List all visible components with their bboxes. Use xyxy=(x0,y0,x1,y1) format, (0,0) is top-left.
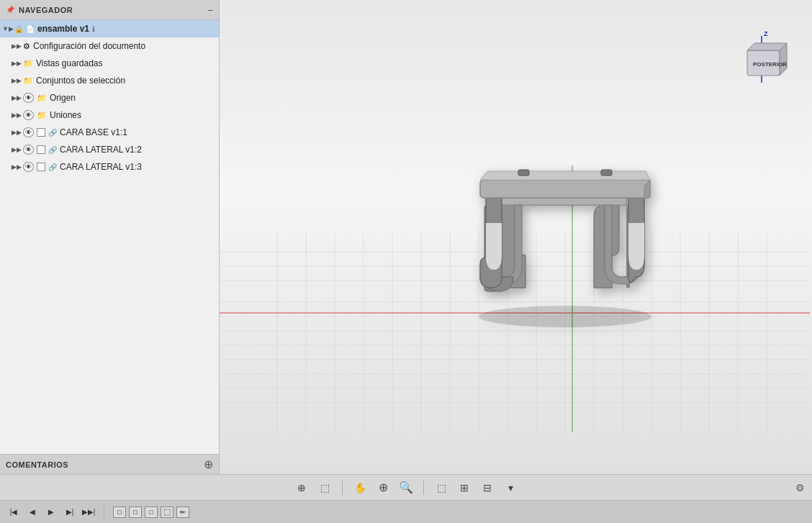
cara-lateral-2-arrow[interactable]: ▶ xyxy=(12,145,22,155)
playback-icon-1[interactable]: □ xyxy=(113,506,126,518)
doc-icon: 📄 xyxy=(26,25,35,33)
origen-arrow[interactable]: ▶ xyxy=(12,93,22,103)
playback-icon-2[interactable]: □ xyxy=(129,506,142,518)
link-icon-cara-base: 🔗 xyxy=(48,129,57,137)
cara-base-arrow[interactable]: ▶ xyxy=(12,127,22,137)
tool-pan[interactable]: ✋ xyxy=(351,479,369,496)
svg-rect-39 xyxy=(601,170,612,176)
comments-label: COMENTARIOS xyxy=(6,460,68,469)
eye-icon-cara-lateral-2[interactable]: 👁 xyxy=(23,145,34,155)
gear-icon: ⚙ xyxy=(23,42,30,51)
tool-grid[interactable]: ⊞ xyxy=(456,479,473,496)
tree-item-config[interactable]: ▶ ⚙ Configuración del documento xyxy=(0,37,219,55)
folder-icon-uniones: 📁 xyxy=(37,111,47,120)
comments-bar: COMENTARIOS ⊕ xyxy=(0,454,219,474)
cube-navigator[interactable]: Z POSTERIOR xyxy=(733,29,790,86)
tool-display-mode[interactable]: ⬚ xyxy=(316,479,333,496)
tree-item-conjuntos[interactable]: ▶ 📁 Conjuntos de selección xyxy=(0,72,219,89)
info-icon[interactable]: ℹ xyxy=(92,25,95,33)
svg-text:POSTERIOR: POSTERIOR xyxy=(753,61,787,68)
playback-icon-5[interactable]: ✏ xyxy=(176,506,189,518)
svg-rect-37 xyxy=(480,180,650,198)
conjuntos-arrow[interactable]: ▶ xyxy=(12,76,22,86)
playback-first[interactable]: |◀ xyxy=(7,506,20,519)
eye-icon-cara-base[interactable]: 👁 xyxy=(23,127,34,137)
svg-text:Z: Z xyxy=(764,30,768,37)
tool-more[interactable]: ▾ xyxy=(502,479,519,496)
toolbar-sep-1 xyxy=(342,481,343,495)
nav-header: 📌 NAVEGADOR − xyxy=(0,0,219,20)
playback-play[interactable]: ▶ xyxy=(45,506,58,519)
viewport[interactable]: Z POSTERIOR xyxy=(220,0,812,474)
nav-minimize-icon[interactable]: − xyxy=(207,4,213,16)
nav-pin-icon[interactable]: 📌 xyxy=(6,6,14,14)
folder-icon-vistas: 📁 xyxy=(23,59,33,68)
uniones-label: Uniones xyxy=(50,110,81,120)
playback-next[interactable]: ▶| xyxy=(63,506,76,519)
settings-icon[interactable]: ⚙ xyxy=(795,482,805,494)
playback-icons: □ □ □ ⬚ ✏ xyxy=(113,506,189,518)
tool-zoom-out[interactable]: 🔍 xyxy=(397,479,415,496)
document-name: ensamble v1 xyxy=(37,24,89,34)
tool-view-1[interactable]: ⬚ xyxy=(433,479,450,496)
box-icon-cara-base xyxy=(37,128,45,137)
tool-zoom-in[interactable]: ⊕ xyxy=(374,479,392,496)
config-arrow[interactable]: ▶ xyxy=(12,41,22,51)
vistas-arrow[interactable]: ▶ xyxy=(12,58,22,68)
uniones-arrow[interactable]: ▶ xyxy=(12,110,22,120)
app-container: 📌 NAVEGADOR − ▼ 🔒 📄 ensamble v1 ℹ ▶ ⚙ xyxy=(0,0,812,523)
cara-base-label: CARA BASE v1:1 xyxy=(60,127,127,137)
main-area: 📌 NAVEGADOR − ▼ 🔒 📄 ensamble v1 ℹ ▶ ⚙ xyxy=(0,0,812,474)
tree-item-uniones[interactable]: ▶ 👁 📁 Uniones xyxy=(0,106,219,124)
tree-item-cara-base[interactable]: ▶ 👁 🔗 CARA BASE v1:1 xyxy=(0,124,219,141)
nav-title: NAVEGADOR xyxy=(19,6,73,14)
link-icon-cara-lateral-2: 🔗 xyxy=(48,146,57,154)
playback-icon-3[interactable]: □ xyxy=(145,506,158,518)
tree-item-cara-lateral-2[interactable]: ▶ 👁 🔗 CARA LATERAL v1:2 xyxy=(0,141,219,158)
tool-render[interactable]: ⊟ xyxy=(479,479,496,496)
svg-rect-38 xyxy=(518,170,529,176)
add-comment-icon[interactable]: ⊕ xyxy=(204,458,213,471)
bottom-toolbar: ⊕ ⬚ ✋ ⊕ 🔍 ⬚ ⊞ ⊟ ▾ ⚙ xyxy=(0,474,812,500)
playback-prev[interactable]: ◀ xyxy=(26,506,39,519)
nav-tree: ▶ ⚙ Configuración del documento ▶ 📁 Vist… xyxy=(0,37,219,454)
folder-icon-origen: 📁 xyxy=(37,94,47,103)
eye-icon-origen[interactable]: 👁 xyxy=(23,93,34,103)
playback-separator xyxy=(104,506,104,519)
vistas-label: Vistas guardadas xyxy=(36,58,103,68)
box-icon-cara-lateral-3 xyxy=(37,163,45,171)
tree-item-vistas[interactable]: ▶ 📁 Vistas guardadas xyxy=(0,55,219,72)
cara-lateral-2-label: CARA LATERAL v1:2 xyxy=(60,145,142,155)
tree-item-cara-lateral-3[interactable]: ▶ 👁 🔗 CARA LATERAL v1:3 xyxy=(0,158,219,176)
box-icon-cara-lateral-2 xyxy=(37,145,45,154)
toolbar-sep-2 xyxy=(423,481,424,495)
cara-lateral-3-arrow[interactable]: ▶ xyxy=(12,162,22,172)
expand-arrow[interactable]: ▼ xyxy=(3,24,13,34)
playback-last[interactable]: ▶▶| xyxy=(82,506,95,519)
cara-lateral-3-label: CARA LATERAL v1:3 xyxy=(60,162,142,172)
3d-model xyxy=(450,137,680,338)
document-row[interactable]: ▼ 🔒 📄 ensamble v1 ℹ xyxy=(0,20,219,37)
link-icon-cara-lateral-3: 🔗 xyxy=(48,163,57,171)
config-label: Configuración del documento xyxy=(33,41,145,51)
folder-icon-conjuntos: 📁 xyxy=(23,76,33,86)
eye-icon-uniones[interactable]: 👁 xyxy=(23,110,34,120)
svg-point-32 xyxy=(479,306,651,327)
playback-bar: |◀ ◀ ▶ ▶| ▶▶| □ □ □ ⬚ ✏ xyxy=(0,500,812,523)
tool-snap[interactable]: ⊕ xyxy=(293,479,310,496)
lock-icon: 🔒 xyxy=(14,25,23,33)
origen-label: Origen xyxy=(50,93,76,103)
conjuntos-label: Conjuntos de selección xyxy=(36,76,125,86)
eye-icon-cara-lateral-3[interactable]: 👁 xyxy=(23,162,34,172)
left-panel: 📌 NAVEGADOR − ▼ 🔒 📄 ensamble v1 ℹ ▶ ⚙ xyxy=(0,0,220,474)
tree-item-origen[interactable]: ▶ 👁 📁 Origen xyxy=(0,89,219,106)
playback-icon-4[interactable]: ⬚ xyxy=(161,506,173,518)
